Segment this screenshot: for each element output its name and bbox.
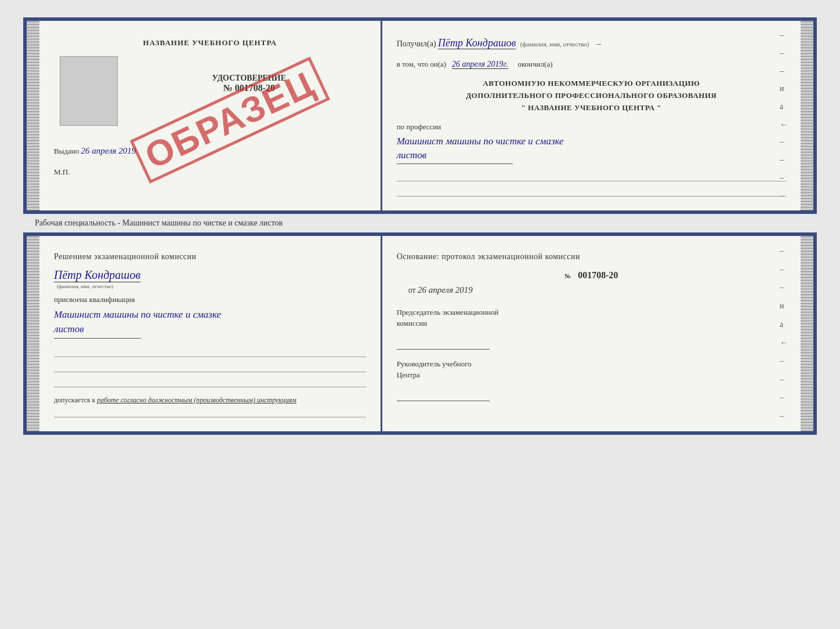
kvalif-line2: листов: [54, 322, 141, 339]
bottom-right-binding: [801, 236, 813, 431]
kvalif-text: Машинист машины по чистке и смазке листо…: [54, 307, 366, 339]
bottom-document: Решением экзаменационной комиссии Пётр К…: [23, 232, 817, 435]
top-right-panel: Получил(а) Пётр Кондрашов (фамилия, имя,…: [382, 21, 801, 210]
poluchil-line: Получил(а) Пётр Кондрашов (фамилия, имя,…: [397, 37, 786, 49]
no-symbol: №: [564, 272, 571, 279]
protokol-num-value: 001708-20: [578, 270, 618, 280]
protokol-date-value: 26 апреля 2019: [418, 285, 473, 294]
specialty-label: Рабочая специальность - Машинист машины …: [23, 214, 817, 232]
dopuskaetsya-text: допускается к работе согласно должностны…: [54, 396, 366, 405]
recipient-name: Пётр Кондрашов: [438, 37, 516, 49]
bottom-underline-2: [54, 359, 366, 372]
cert-title: НАЗВАНИЕ УЧЕБНОГО ЦЕНТРА: [54, 38, 366, 48]
org-line3: " НАЗВАНИЕ УЧЕБНОГО ЦЕНТРА ": [397, 102, 786, 114]
protokol-date: от 26 апреля 2019: [397, 285, 786, 295]
bottom-name-subtitle: (фамилия, имя, отчество): [54, 283, 366, 289]
profession-line1: Машинист машины по чистке и смазке: [397, 134, 786, 148]
bottom-right-panel: Основание: протокол экзаменационной коми…: [382, 236, 801, 431]
rukovoditel-text: Руководитель учебного Центра: [397, 358, 786, 381]
bottom-underline-1: [54, 344, 366, 357]
rukovoditel-line1: Руководитель учебного: [397, 358, 786, 370]
kvalif-line1: Машинист машины по чистке и смазке: [54, 307, 366, 322]
vtom-line: в том, что он(а) 26 апреля 2019г. окончи…: [397, 60, 786, 69]
vydano-date: 26 апреля 2019: [81, 146, 136, 155]
predsedatel-text: Председатель экзаменационной комиссии: [397, 307, 786, 329]
top-left-panel: НАЗВАНИЕ УЧЕБНОГО ЦЕНТРА УДОСТОВЕРЕНИЕ №…: [39, 21, 382, 210]
org-line2: ДОПОЛНИТЕЛЬНОГО ПРОФЕССИОНАЛЬНОГО ОБРАЗО…: [397, 90, 786, 102]
page-wrapper: НАЗВАНИЕ УЧЕБНОГО ЦЕНТРА УДОСТОВЕРЕНИЕ №…: [12, 12, 828, 441]
cert-number: № 001708-20: [132, 83, 366, 93]
name-subtitle: (фамилия, имя, отчество): [520, 41, 589, 48]
dopuskaetsya-prefix: допускается к: [54, 396, 95, 404]
dopusk-italic: работе согласно должностным (производств…: [97, 396, 296, 404]
vydano-label: Выдано: [54, 147, 79, 155]
rukovoditel-line2: Центра: [397, 369, 786, 381]
rukovoditel-signature: [397, 384, 490, 401]
prisvoena-text: присвоена квалификация: [54, 295, 366, 304]
bottom-left-binding: [27, 236, 39, 431]
left-binding: [27, 21, 39, 210]
profession-line2: листов: [397, 148, 513, 164]
poluchil-prefix: Получил(а): [397, 39, 436, 48]
bottom-underline-3: [54, 375, 366, 387]
bottom-underline-4: [54, 405, 366, 417]
underline-1: [397, 169, 786, 181]
udostoverenie-label: УДОСТОВЕРЕНИЕ: [132, 74, 366, 83]
top-document: НАЗВАНИЕ УЧЕБНОГО ЦЕНТРА УДОСТОВЕРЕНИЕ №…: [23, 17, 817, 214]
bottom-left-panel: Решением экзаменационной комиссии Пётр К…: [39, 236, 382, 431]
underline-2: [397, 184, 786, 197]
mp-text: М.П.: [54, 168, 366, 177]
org-line1: АВТОНОМНУЮ НЕКОММЕРЧЕСКУЮ ОРГАНИЗАЦИЮ: [397, 78, 786, 90]
org-block: АВТОНОМНУЮ НЕКОММЕРЧЕСКУЮ ОРГАНИЗАЦИЮ ДО…: [397, 78, 786, 114]
completion-date: 26 апреля 2019г.: [452, 60, 508, 69]
po-professii-label: по профессии: [397, 122, 786, 132]
right-dashes: – – – и а ← – – – –: [780, 21, 788, 210]
protokol-number: № 001708-20: [397, 270, 786, 281]
osnovanie-text: Основание: протокол экзаменационной коми…: [397, 252, 786, 261]
predsedatel-line2: комиссии: [397, 318, 786, 329]
profession-text: Машинист машины по чистке и смазке листо…: [397, 134, 786, 164]
predsedatel-line1: Председатель экзаменационной: [397, 307, 786, 318]
bottom-name-block: Пётр Кондрашов (фамилия, имя, отчество): [54, 268, 366, 289]
bottom-person-name: Пётр Кондрашов: [54, 268, 140, 282]
predsedatel-signature: [397, 332, 490, 350]
resheniem-text: Решением экзаменационной комиссии: [54, 252, 366, 261]
bottom-right-dashes: – – – и а ← – – – –: [780, 236, 788, 431]
vydano-line: Выдано 26 апреля 2019: [54, 143, 366, 156]
okonchil-label: окончил(а): [517, 60, 552, 68]
right-binding: [801, 21, 813, 210]
ot-label: от: [408, 286, 416, 294]
vtom-prefix: в том, что он(а): [397, 60, 447, 68]
photo-placeholder: [60, 56, 118, 126]
